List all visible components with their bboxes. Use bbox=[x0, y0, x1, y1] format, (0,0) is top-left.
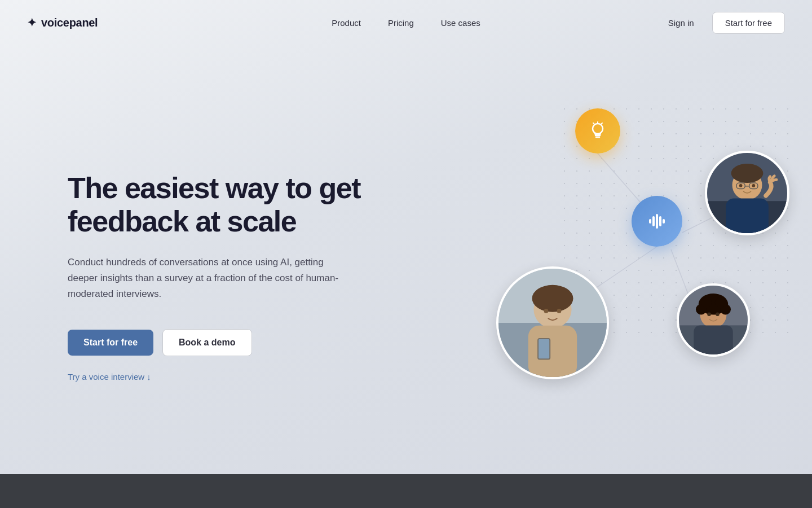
svg-rect-23 bbox=[539, 339, 549, 359]
svg-line-9 bbox=[602, 123, 603, 124]
svg-line-8 bbox=[593, 123, 594, 124]
svg-point-33 bbox=[752, 184, 756, 187]
hero-description: Conduct hundreds of conversations at onc… bbox=[68, 255, 344, 302]
nav-actions: Sign in Start for free bbox=[659, 12, 785, 34]
logo-link[interactable]: ✦ voicepanel bbox=[27, 16, 98, 29]
navbar: ✦ voicepanel Product Pricing Use cases S… bbox=[0, 0, 812, 45]
logo-icon: ✦ bbox=[27, 16, 37, 29]
svg-point-19 bbox=[532, 285, 573, 312]
signin-link[interactable]: Sign in bbox=[659, 14, 703, 32]
svg-rect-14 bbox=[663, 219, 665, 224]
svg-rect-12 bbox=[656, 214, 658, 229]
person-photo-woman2 bbox=[677, 283, 750, 357]
svg-rect-18 bbox=[528, 326, 577, 377]
hero-buttons: Start for free Book a demo bbox=[68, 329, 383, 356]
svg-point-28 bbox=[731, 164, 764, 183]
person-photo-woman bbox=[496, 266, 609, 379]
nav-link-use-cases[interactable]: Use cases bbox=[430, 14, 492, 32]
footer-bar bbox=[0, 474, 812, 508]
book-demo-button[interactable]: Book a demo bbox=[162, 329, 251, 356]
svg-rect-11 bbox=[652, 216, 655, 226]
nav-link-pricing[interactable]: Pricing bbox=[377, 14, 425, 32]
svg-point-4 bbox=[593, 124, 603, 134]
svg-point-42 bbox=[715, 297, 726, 308]
svg-rect-13 bbox=[659, 216, 661, 226]
hero-section: The easiest way to get feedback at scale… bbox=[0, 45, 812, 474]
start-free-button[interactable]: Start for free bbox=[68, 330, 153, 356]
voice-interview-link[interactable]: Try a voice interview ↓ bbox=[68, 372, 383, 382]
lightbulb-node bbox=[575, 108, 620, 154]
mic-node bbox=[632, 196, 682, 247]
svg-point-21 bbox=[557, 309, 562, 313]
svg-point-41 bbox=[701, 297, 712, 308]
svg-point-43 bbox=[707, 312, 711, 316]
nav-links: Product Pricing Use cases bbox=[320, 14, 492, 32]
svg-point-20 bbox=[544, 309, 549, 313]
nav-link-product[interactable]: Product bbox=[320, 14, 372, 32]
person-photo-man bbox=[705, 151, 789, 235]
svg-point-44 bbox=[716, 312, 720, 316]
logo-text: voicepanel bbox=[41, 16, 98, 29]
svg-point-32 bbox=[739, 184, 743, 187]
start-for-free-nav-button[interactable]: Start for free bbox=[712, 12, 785, 34]
svg-rect-10 bbox=[649, 219, 651, 224]
svg-rect-27 bbox=[726, 198, 769, 233]
hero-title: The easiest way to get feedback at scale bbox=[68, 172, 383, 239]
hero-illustration bbox=[429, 86, 812, 402]
connection-lines bbox=[429, 86, 812, 402]
svg-rect-37 bbox=[694, 325, 732, 354]
hero-content: The easiest way to get feedback at scale… bbox=[68, 172, 383, 382]
